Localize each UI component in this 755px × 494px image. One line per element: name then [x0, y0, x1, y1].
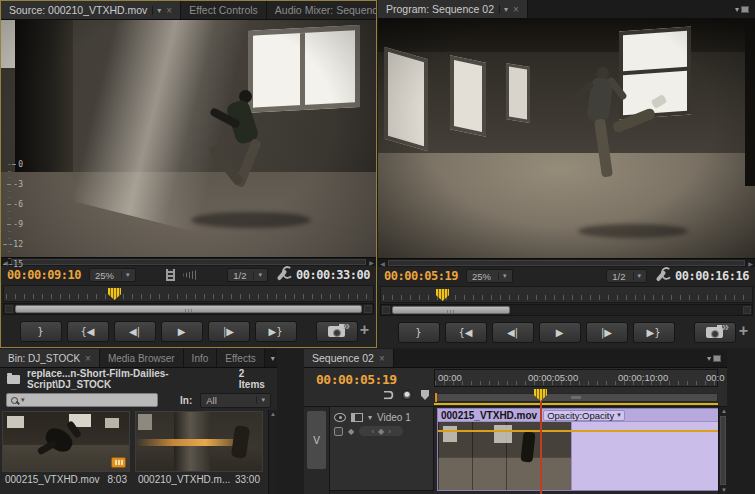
waveform-icon[interactable]	[183, 270, 196, 280]
overflow-chevron-icon[interactable]: »	[343, 318, 350, 333]
scroll-right-icon[interactable]: ▶	[367, 258, 376, 266]
next-keyframe-icon[interactable]: ›	[388, 427, 391, 436]
show-keyframes-icon[interactable]	[334, 427, 343, 436]
track-name[interactable]: Video 1	[377, 412, 411, 423]
timeline-current-timecode[interactable]: 00:00:05:19	[316, 372, 397, 387]
close-icon[interactable]: ×	[513, 4, 519, 15]
opacity-rubber-band[interactable]	[438, 430, 718, 432]
add-keyframe-icon[interactable]: ◆	[348, 427, 354, 436]
export-frame-button[interactable]	[694, 322, 736, 343]
source-zoom-scrollbar[interactable]	[3, 303, 374, 315]
bin-scrollbar[interactable]: ▲	[268, 410, 277, 494]
timeline-scrollbar[interactable]: ▲ ▼	[718, 407, 727, 494]
scroll-left-icon[interactable]: ◀	[378, 259, 387, 267]
timeline-ruler[interactable]: 00:00 00:00:05:00 00:00:10:00 00:0	[434, 369, 718, 387]
tab-effects[interactable]: Effects	[217, 349, 264, 367]
clip-thumbnail[interactable]	[2, 411, 130, 472]
source-mini-timeline[interactable]	[3, 285, 374, 302]
scroll-down-icon[interactable]: ▼	[721, 487, 727, 493]
prev-keyframe-icon[interactable]: ‹	[371, 427, 374, 436]
video-track-lane[interactable]: 000215_VTXHD.mov Opacity:Opacity ▾	[434, 407, 718, 494]
bin-clip-item[interactable]: 000210_VTXHD.m... 33:00	[135, 411, 263, 494]
zoom-scrollbar-thumb[interactable]	[392, 306, 510, 314]
hscroll-thumb[interactable]	[11, 259, 366, 265]
program-playhead-marker[interactable]	[436, 289, 449, 301]
scroll-up-icon[interactable]: ▲	[269, 411, 277, 417]
mark-out-button[interactable]: }	[398, 322, 440, 343]
work-area-bar[interactable]	[434, 393, 718, 402]
close-icon[interactable]: ×	[166, 5, 172, 16]
clip-name[interactable]: 000210_VTXHD.m...	[138, 474, 230, 485]
marker-icon[interactable]	[421, 390, 429, 400]
source-playhead-marker[interactable]	[108, 288, 121, 300]
program-mini-timeline[interactable]	[380, 286, 753, 303]
bin-clip-item[interactable]: 000215_VTXHD.mov 8:03	[2, 411, 130, 494]
program-current-timecode[interactable]: 00:00:05:19	[384, 269, 458, 283]
chevron-down-icon[interactable]: ▾	[21, 396, 25, 404]
clip-thumbnail[interactable]	[135, 411, 263, 472]
add-button-icon[interactable]: +	[739, 324, 748, 338]
source-track-indicator[interactable]: V	[307, 411, 326, 469]
program-zoom-select[interactable]: 25% ▾	[466, 269, 513, 283]
scroll-right-icon[interactable]: ▶	[746, 259, 755, 267]
parent-folder-icon[interactable]	[7, 375, 20, 384]
play-button[interactable]: ▶	[161, 321, 203, 342]
source-hscrollbar[interactable]: ◀ ▶	[1, 257, 376, 266]
chapter-marker-icon[interactable]	[402, 390, 412, 400]
step-back-button[interactable]: ◀|	[114, 321, 156, 342]
search-in-select[interactable]: All ▾	[200, 393, 271, 408]
scroll-up-icon[interactable]: ▲	[721, 408, 727, 414]
export-frame-button[interactable]	[316, 321, 358, 342]
tab-sequence[interactable]: Sequence 02 ×	[304, 349, 394, 367]
draft-quality-icon[interactable]	[166, 269, 175, 281]
set-display-style-icon[interactable]	[351, 413, 363, 422]
add-button-icon[interactable]: +	[360, 323, 369, 337]
panel-menu-icon[interactable]: ▾	[729, 0, 755, 18]
source-zoom-select[interactable]: 25% ▾	[89, 268, 136, 282]
go-to-out-button[interactable]: ▶}	[255, 321, 297, 342]
step-forward-button[interactable]: |▶	[208, 321, 250, 342]
overflow-chevron-icon[interactable]: »	[722, 319, 729, 334]
tab-program[interactable]: Program: Sequence 02 ▾ ×	[378, 0, 528, 18]
tab-source[interactable]: Source: 000210_VTXHD.mov ▾ ×	[1, 1, 181, 19]
panel-menu-icon[interactable]: ▾	[265, 349, 277, 367]
tab-bin[interactable]: Bin: DJ_STOCK ×	[0, 349, 100, 367]
clip-effect-badge[interactable]: Opacity:Opacity ▾	[543, 410, 625, 421]
source-video-viewport[interactable]	[1, 20, 376, 257]
snap-icon[interactable]	[384, 391, 394, 400]
go-to-out-button[interactable]: ▶}	[633, 322, 675, 343]
timeline-playhead-line[interactable]	[540, 401, 542, 494]
program-video-viewport[interactable]	[378, 19, 755, 258]
step-forward-button[interactable]: |▶	[586, 322, 628, 343]
step-back-button[interactable]: ◀|	[492, 322, 534, 343]
tab-media-browser[interactable]: Media Browser	[100, 349, 184, 367]
play-button[interactable]: ▶	[539, 322, 581, 343]
mark-out-button[interactable]: }	[20, 321, 62, 342]
go-to-in-button[interactable]: {◀	[67, 321, 109, 342]
close-icon[interactable]: ×	[85, 353, 91, 364]
wrench-icon[interactable]	[277, 269, 288, 281]
go-to-in-button[interactable]: {◀	[445, 322, 487, 343]
audio-meter-panel[interactable]: 0 -3 -6 -9 -12 -15	[0, 149, 27, 294]
program-zoom-scrollbar[interactable]	[380, 304, 753, 316]
tab-effect-controls[interactable]: Effect Controls	[181, 1, 267, 19]
wrench-icon[interactable]	[656, 270, 667, 282]
chevron-down-icon[interactable]: ▾	[499, 5, 508, 14]
collapse-track-icon[interactable]: ▾	[368, 413, 372, 422]
chevron-down-icon[interactable]: ▾	[152, 6, 161, 15]
tab-audio-mixer[interactable]: Audio Mixer: Sequenc	[267, 1, 376, 19]
search-input[interactable]: ▾	[6, 393, 158, 407]
hscroll-thumb[interactable]	[388, 260, 745, 266]
clip-name[interactable]: 000215_VTXHD.mov	[5, 474, 100, 485]
filmstrip-badge-icon[interactable]	[111, 457, 126, 468]
program-resolution-select[interactable]: 1/2 ▾	[606, 269, 647, 283]
tab-info[interactable]: Info	[184, 349, 218, 367]
zoom-scrollbar-thumb[interactable]	[15, 305, 362, 313]
panel-menu-icon[interactable]: ▾	[701, 349, 727, 367]
program-hscrollbar[interactable]: ◀ ▶	[378, 258, 755, 267]
close-icon[interactable]: ×	[379, 353, 385, 364]
timeline-clip[interactable]: 000215_VTXHD.mov Opacity:Opacity ▾	[437, 408, 718, 491]
source-resolution-select[interactable]: 1/2 ▾	[227, 268, 268, 282]
keyframe-nav[interactable]: ‹ ◆ ›	[359, 426, 403, 436]
toggle-track-output-icon[interactable]	[334, 413, 346, 422]
